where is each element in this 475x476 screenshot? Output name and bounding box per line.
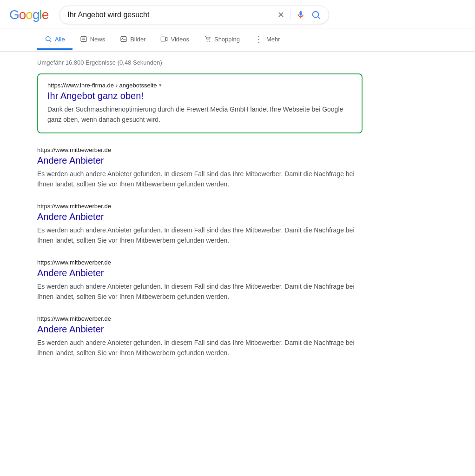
result-snippet: Es werden auch andere Anbieter gefunden.… <box>37 225 363 246</box>
nav-tabs: Alle News Bilder Videos Shoppin <box>0 28 475 52</box>
tab-mehr[interactable]: ⋮ Mehr <box>247 28 288 51</box>
tab-alle[interactable]: Alle <box>37 30 73 50</box>
tab-shopping-label: Shopping <box>214 36 240 43</box>
tab-videos-label: Videos <box>171 36 189 43</box>
results-area: Umgefähr 16.800 Ergebnisse (0,48 Sekunde… <box>0 52 400 381</box>
search-input[interactable] <box>67 11 277 19</box>
svg-line-3 <box>50 40 51 42</box>
featured-result: https://www.ihre-firma.de › angebotsseit… <box>37 73 363 133</box>
mic-icon[interactable] <box>296 10 305 20</box>
tab-news-label: News <box>90 36 106 43</box>
svg-rect-4 <box>81 37 86 42</box>
tab-alle-label: Alle <box>55 36 65 43</box>
divider <box>290 10 290 20</box>
clear-icon[interactable]: ✕ <box>277 10 284 20</box>
image-tab-icon <box>120 35 127 43</box>
featured-url: https://www.ihre-firma.de › angebotsseit… <box>47 82 352 89</box>
tab-mehr-label: Mehr <box>266 36 280 43</box>
result-title[interactable]: Andere Anbieter <box>37 267 363 279</box>
result-title[interactable]: Andere Anbieter <box>37 154 363 166</box>
search-icon[interactable] <box>311 10 321 20</box>
result-snippet: Es werden auch andere Anbieter gefunden.… <box>37 169 363 190</box>
search-tab-icon <box>45 35 52 43</box>
result-snippet: Es werden auch andere Anbieter gefunden.… <box>37 338 363 358</box>
featured-title[interactable]: Ihr Angebot ganz oben! <box>47 90 352 102</box>
tab-shopping[interactable]: Shopping <box>197 30 247 50</box>
header: Google ✕ <box>0 0 475 28</box>
result-snippet: Es werden auch andere Anbieter gefunden.… <box>37 282 363 302</box>
result-item: https://www.mitbewerber.de Andere Anbiet… <box>37 259 363 302</box>
svg-point-10 <box>207 41 208 42</box>
dropdown-arrow-icon[interactable]: ▾ <box>159 82 162 88</box>
svg-point-11 <box>209 41 210 42</box>
search-icons: ✕ <box>277 10 321 20</box>
result-title[interactable]: Andere Anbieter <box>37 323 363 335</box>
tab-videos[interactable]: Videos <box>153 30 197 50</box>
tab-bilder-label: Bilder <box>130 36 145 43</box>
featured-snippet: Dank der Suchmaschinenoptimierung durch … <box>47 105 352 125</box>
result-item: https://www.mitbewerber.de Andere Anbiet… <box>37 315 363 358</box>
results-count: Umgefähr 16.800 Ergebnisse (0,48 Sekunde… <box>37 57 363 66</box>
news-tab-icon <box>80 35 87 43</box>
svg-line-1 <box>318 17 320 19</box>
video-tab-icon <box>160 35 168 43</box>
svg-rect-7 <box>121 37 126 42</box>
result-item: https://www.mitbewerber.de Andere Anbiet… <box>37 146 363 190</box>
result-url: https://www.mitbewerber.de <box>37 315 363 322</box>
results-list: https://www.mitbewerber.de Andere Anbiet… <box>37 146 363 358</box>
result-item: https://www.mitbewerber.de Andere Anbiet… <box>37 203 363 246</box>
search-bar: ✕ <box>59 6 329 24</box>
tab-news[interactable]: News <box>73 30 113 50</box>
shopping-tab-icon <box>204 35 211 43</box>
tab-bilder[interactable]: Bilder <box>112 30 153 50</box>
result-url: https://www.mitbewerber.de <box>37 203 363 210</box>
svg-rect-9 <box>161 37 166 41</box>
result-url: https://www.mitbewerber.de <box>37 146 363 153</box>
result-title[interactable]: Andere Anbieter <box>37 211 363 223</box>
google-logo[interactable]: Google <box>9 7 48 22</box>
result-url: https://www.mitbewerber.de <box>37 259 363 266</box>
more-dots-icon: ⋮ <box>255 34 264 44</box>
